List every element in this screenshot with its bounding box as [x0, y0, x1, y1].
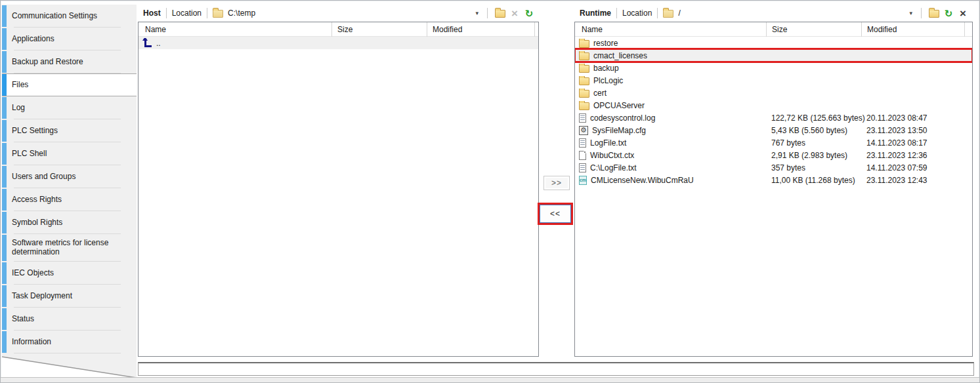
host-path-value[interactable]: C:\temp: [228, 9, 255, 18]
folder-icon: [579, 40, 589, 48]
file-name: PlcLogic: [593, 76, 623, 85]
file-row-cmlicensenew-wibucmrau[interactable]: CMLicenseNew.WibuCmRaU11,00 KB (11.268 b…: [575, 174, 972, 186]
file-row-backup[interactable]: backup: [575, 62, 972, 74]
text-file-icon: [579, 113, 586, 123]
sidebar-item-communication-settings[interactable]: Communication Settings: [2, 5, 137, 28]
file-name: restore: [593, 39, 618, 48]
file-name: CMLicenseNew.WibuCmRaU: [591, 176, 694, 185]
sidebar-item-label: Symbol Rights: [12, 218, 62, 228]
tab-accent-strip: [2, 97, 7, 119]
file-name-cell: PlcLogic: [575, 76, 766, 85]
sidebar-item-label: Access Rights: [12, 195, 62, 205]
runtime-toolbar: Runtime Location / ▾ ↻ ×: [574, 5, 973, 22]
copy-to-runtime-button[interactable]: >>: [543, 176, 570, 190]
sidebar-item-files[interactable]: Files: [2, 73, 137, 96]
file-row-cmact-licenses[interactable]: cmact_licenses: [575, 49, 972, 62]
column-header-size[interactable]: Size: [766, 22, 861, 37]
tab-accent-strip: [2, 285, 7, 307]
sidebar-item-label: Status: [12, 315, 34, 324]
separator: [487, 8, 488, 18]
sidebar-item-software-metrics-for-license-determination[interactable]: Software metrics for license determinati…: [2, 234, 137, 262]
column-header-name[interactable]: Name: [138, 22, 331, 37]
host-delete-button[interactable]: ×: [507, 7, 522, 20]
file-size: 2,91 KB (2.983 bytes): [766, 151, 861, 160]
chevron-down-icon[interactable]: ▾: [472, 10, 482, 16]
sidebar: Communication SettingsApplicationsBackup…: [2, 5, 137, 353]
host-path-combobox[interactable]: C:\temp: [213, 9, 472, 18]
file-name: OPCUAServer: [593, 101, 645, 110]
window-bottom-edge: [1, 377, 979, 382]
file-name: backup: [593, 64, 619, 73]
new-folder-icon: [929, 10, 939, 18]
runtime-list-header: NameSizeModified: [575, 22, 972, 37]
file-row-c-logfile-txt[interactable]: C:\LogFile.txt357 bytes14.11.2023 07:59: [575, 161, 972, 174]
file-modified: 23.11.2023 12:43: [861, 176, 964, 185]
sidebar-item-plc-settings[interactable]: PLC Settings: [2, 119, 137, 142]
sidebar-item-symbol-rights[interactable]: Symbol Rights: [2, 211, 137, 234]
file-name: cert: [593, 89, 607, 98]
file-name-cell: ..: [138, 38, 331, 48]
file-row-wibuctxt-ctx[interactable]: WibuCtxt.ctx2,91 KB (2.983 bytes)23.11.2…: [575, 149, 972, 161]
chevron-down-icon[interactable]: ▾: [906, 10, 916, 16]
column-header-modified[interactable]: Modified: [427, 22, 534, 37]
sidebar-item-label: Communication Settings: [12, 12, 97, 21]
text-file-icon: [579, 163, 586, 172]
runtime-path-combobox[interactable]: /: [663, 9, 906, 18]
file-modified: 23.11.2023 13:50: [861, 126, 964, 135]
column-header-spacer: [534, 22, 539, 37]
file-modified: 23.11.2023 12:36: [861, 151, 964, 160]
host-refresh-button[interactable]: ↻: [522, 7, 536, 20]
file-modified: 14.11.2023 08:17: [861, 138, 964, 148]
folder-icon: [579, 102, 589, 110]
file-row-plclogic[interactable]: PlcLogic: [575, 74, 972, 87]
runtime-delete-button[interactable]: ×: [956, 7, 970, 20]
sidebar-item-backup-and-restore[interactable]: Backup and Restore: [2, 50, 137, 73]
file-row-opcuaserver[interactable]: OPCUAServer: [575, 99, 972, 111]
file-row-codesyscontrol-log[interactable]: codesyscontrol.log122,72 KB (125.663 byt…: [575, 111, 972, 124]
column-header-size[interactable]: Size: [331, 22, 427, 37]
sidebar-item-applications[interactable]: Applications: [2, 28, 137, 50]
file-row-sysfilemap-cfg[interactable]: SysFileMap.cfg5,43 KB (5.560 bytes)23.11…: [575, 124, 972, 136]
runtime-path-value[interactable]: /: [678, 9, 680, 18]
host-new-folder-button[interactable]: [493, 7, 507, 20]
file-name-cell: C:\LogFile.txt: [575, 163, 766, 172]
column-header-modified[interactable]: Modified: [861, 22, 964, 37]
file-row-[interactable]: ..: [138, 37, 538, 49]
copy-to-host-button[interactable]: <<: [540, 205, 571, 223]
file-name: cmact_licenses: [593, 51, 647, 60]
host-file-rows: ..: [138, 37, 538, 49]
file-row-cert[interactable]: cert: [575, 87, 972, 99]
sidebar-item-access-rights[interactable]: Access Rights: [2, 188, 137, 211]
sidebar-item-users-and-groups[interactable]: Users and Groups: [2, 165, 137, 188]
file-name: WibuCtxt.ctx: [590, 151, 634, 160]
tab-accent-strip: [2, 331, 7, 353]
tab-accent-strip: [2, 262, 7, 284]
sidebar-item-label: Log: [12, 104, 25, 113]
sidebar-item-task-deployment[interactable]: Task Deployment: [2, 285, 137, 308]
file-row-restore[interactable]: restore: [575, 37, 972, 49]
file-name-cell: LogFile.txt: [575, 138, 766, 148]
sidebar-item-iec-objects[interactable]: IEC Objects: [2, 262, 137, 285]
sidebar-item-plc-shell[interactable]: PLC Shell: [2, 142, 137, 165]
file-modified: 20.11.2023 08:47: [861, 113, 964, 123]
file-row-logfile-txt[interactable]: LogFile.txt767 bytes14.11.2023 08:17: [575, 136, 972, 149]
folder-icon: [213, 10, 223, 18]
file-name-cell: SysFileMap.cfg: [575, 126, 766, 135]
runtime-refresh-button[interactable]: ↻: [941, 7, 956, 20]
sidebar-item-information[interactable]: Information: [2, 331, 137, 353]
runtime-file-rows: restorecmact_licensesbackupPlcLogiccertO…: [575, 37, 972, 186]
refresh-icon: ↻: [525, 9, 534, 18]
sidebar-item-log[interactable]: Log: [2, 96, 137, 119]
sidebar-item-label: Users and Groups: [12, 172, 75, 182]
separator: [207, 8, 207, 18]
file-name: codesyscontrol.log: [590, 113, 655, 123]
sidebar-item-status[interactable]: Status: [2, 308, 137, 331]
file-name: C:\LogFile.txt: [590, 163, 637, 172]
column-header-name[interactable]: Name: [575, 22, 766, 37]
file-name-cell: restore: [575, 39, 766, 48]
runtime-new-folder-button[interactable]: [927, 7, 941, 20]
file-name-cell: cert: [575, 89, 766, 98]
tab-accent-strip: [2, 120, 7, 142]
refresh-icon: ↻: [945, 9, 953, 18]
host-file-list: NameSizeModified ..: [138, 22, 539, 357]
